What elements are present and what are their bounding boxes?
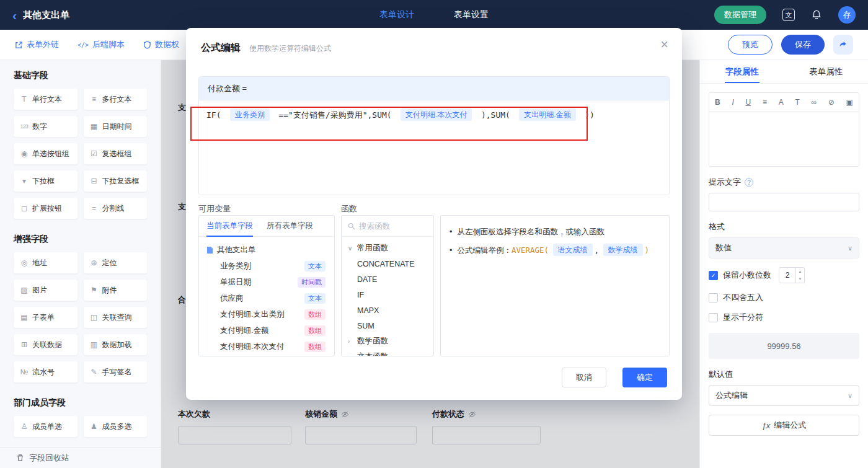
font-color-icon[interactable]: A bbox=[779, 98, 784, 107]
variable-row[interactable]: 单据日期 时间戳 bbox=[204, 274, 329, 290]
field-type-label: 地址 bbox=[32, 258, 47, 268]
image-icon[interactable]: ▣ bbox=[846, 98, 853, 107]
function-group-common[interactable]: ∨ 常用函数 bbox=[342, 241, 433, 256]
cancel-button[interactable]: 取消 bbox=[562, 368, 606, 387]
field-type-button[interactable]: ▥ 数据加载 bbox=[84, 334, 148, 355]
variable-row[interactable]: 业务类别 文本 bbox=[204, 258, 329, 274]
variable-row[interactable]: 支付明细.支出类别 数组 bbox=[204, 306, 329, 322]
tab-form-properties[interactable]: 表单属性 bbox=[784, 60, 868, 83]
thousand-sep-checkbox-row[interactable]: 显示千分符 bbox=[709, 312, 859, 323]
title-richtext-area[interactable] bbox=[709, 112, 859, 166]
preview-button[interactable]: 预览 bbox=[728, 35, 773, 55]
field-type-button[interactable]: ♙ 成员单选 bbox=[14, 416, 78, 437]
formula-editor-box: 付款金额 = IF( 业务类别 =="支付销售/采购费用",SUM( 支付明细.… bbox=[198, 76, 670, 195]
enhanced-field-grid: ◎ 地址 ⊕ 定位 ▧ 图片 ⚑ 附件 bbox=[14, 252, 147, 382]
link-icon[interactable]: ∞ bbox=[811, 98, 817, 107]
field-type-button[interactable]: = 分割线 bbox=[84, 198, 148, 219]
bold-icon[interactable]: B bbox=[715, 98, 720, 107]
tab-current-form-fields[interactable]: 当前表单字段 bbox=[206, 216, 253, 236]
formula-part[interactable]: 业务类别 bbox=[230, 108, 270, 121]
user-avatar[interactable]: 存 bbox=[838, 6, 856, 24]
tab-field-properties[interactable]: 字段属性 bbox=[700, 60, 784, 83]
italic-icon[interactable]: I bbox=[732, 98, 733, 107]
field-type-button[interactable]: ◉ 单选按钮组 bbox=[14, 143, 78, 164]
field-type-button[interactable]: ▧ 图片 bbox=[14, 280, 78, 301]
function-search-input[interactable] bbox=[359, 222, 427, 231]
unlink-icon[interactable]: ⊘ bbox=[828, 98, 835, 107]
field-type-button[interactable]: ♟ 成员多选 bbox=[84, 416, 148, 437]
formula-part[interactable]: IF( bbox=[206, 110, 226, 120]
field-type-button[interactable]: ▤ 子表单 bbox=[14, 307, 78, 328]
document-icon bbox=[206, 246, 213, 254]
checkbox-unchecked-icon[interactable] bbox=[709, 313, 718, 322]
field-type-button[interactable]: № 流水号 bbox=[14, 361, 78, 382]
formula-part[interactable]: )) bbox=[580, 110, 594, 120]
function-item[interactable]: IF bbox=[342, 287, 433, 302]
field-type-button[interactable]: T 单行文本 bbox=[14, 89, 78, 110]
variable-row[interactable]: 支付明细.金额 数组 bbox=[204, 322, 329, 338]
backend-script-link[interactable]: </> 后端脚本 bbox=[78, 39, 125, 50]
formula-part[interactable]: =="支付销售/采购费用",SUM( bbox=[274, 110, 397, 120]
confirm-button[interactable]: 确定 bbox=[622, 368, 667, 387]
stepper-up-icon[interactable]: ▲ bbox=[796, 268, 804, 275]
field-type-button[interactable]: 123 数字 bbox=[14, 116, 78, 137]
share-button[interactable] bbox=[833, 35, 853, 55]
function-item[interactable]: CONCATENATE bbox=[342, 256, 433, 272]
decimal-checkbox-row[interactable]: ✓ 保留小数位数 2 ▲ ▼ bbox=[709, 267, 859, 283]
field-type-button[interactable]: ⊟ 下拉复选框 bbox=[84, 170, 148, 192]
function-item[interactable]: DATE bbox=[342, 272, 433, 287]
field-recycle-bin[interactable]: 字段回收站 bbox=[0, 447, 161, 468]
form-external-link[interactable]: 表单外链 bbox=[15, 39, 59, 50]
save-button[interactable]: 保存 bbox=[781, 35, 825, 55]
align-icon[interactable]: ≡ bbox=[763, 98, 767, 107]
language-icon[interactable]: 文 bbox=[782, 9, 795, 21]
formula-editor[interactable]: IF( 业务类别 =="支付销售/采购费用",SUM( 支付明细.本次支付 ),… bbox=[199, 100, 669, 195]
data-permission-link[interactable]: 数据权 bbox=[143, 39, 179, 50]
hint-text-input[interactable] bbox=[709, 193, 859, 211]
field-type-button[interactable]: ≡ 多行文本 bbox=[84, 89, 148, 110]
close-icon[interactable]: × bbox=[660, 38, 668, 51]
notification-bell-icon[interactable] bbox=[811, 9, 822, 20]
underline-icon[interactable]: U bbox=[745, 98, 751, 107]
variable-row[interactable]: 支付明细.本次支付 数组 bbox=[204, 338, 329, 355]
variable-row[interactable]: 供应商 文本 bbox=[204, 290, 329, 306]
field-type-label: 定位 bbox=[102, 258, 117, 268]
decimal-stepper[interactable]: 2 ▲ ▼ bbox=[779, 267, 805, 283]
thousand-sep-label: 显示千分符 bbox=[723, 312, 763, 323]
bullet-icon: • bbox=[450, 243, 452, 258]
field-type-button[interactable]: ◎ 地址 bbox=[14, 252, 78, 273]
field-type-icon: 123 bbox=[19, 123, 30, 130]
field-type-button[interactable]: ⚑ 附件 bbox=[84, 280, 148, 301]
stepper-down-icon[interactable]: ▼ bbox=[796, 275, 804, 283]
edit-formula-button[interactable]: ƒx 编辑公式 bbox=[709, 415, 859, 436]
function-group-text[interactable]: › 文本函数 bbox=[342, 349, 433, 356]
field-type-button[interactable]: ▦ 日期时间 bbox=[84, 116, 148, 137]
field-type-button[interactable]: ⊞ 关联数据 bbox=[14, 334, 78, 355]
tab-form-settings[interactable]: 表单设置 bbox=[454, 9, 489, 20]
field-type-button[interactable]: ◻ 扩展按钮 bbox=[14, 198, 78, 219]
tab-all-form-fields[interactable]: 所有表单字段 bbox=[267, 216, 313, 236]
function-item[interactable]: MAPX bbox=[342, 302, 433, 318]
font-size-icon[interactable]: T bbox=[795, 98, 799, 107]
field-type-button[interactable]: ▾ 下拉框 bbox=[14, 170, 78, 192]
formula-part[interactable]: 支出明细.金额 bbox=[519, 108, 575, 121]
checkbox-checked-icon[interactable]: ✓ bbox=[709, 271, 718, 280]
no-round-checkbox-row[interactable]: 不四舍五入 bbox=[709, 292, 859, 303]
field-type-button[interactable]: ✎ 手写签名 bbox=[84, 361, 148, 382]
default-value-select[interactable]: 公式编辑 ∨ bbox=[709, 385, 859, 406]
field-type-button[interactable]: ⊕ 定位 bbox=[84, 252, 148, 273]
format-select[interactable]: 数值 ∨ bbox=[709, 237, 859, 258]
formula-part[interactable]: 支付明细.本次支付 bbox=[401, 108, 472, 121]
field-type-button[interactable]: ◫ 关联查询 bbox=[84, 307, 148, 328]
tab-form-design[interactable]: 表单设计 bbox=[379, 9, 414, 20]
function-item[interactable]: SUM bbox=[342, 318, 433, 333]
back-chevron-icon[interactable]: ‹ bbox=[12, 9, 17, 22]
field-type-button[interactable]: ☑ 复选框组 bbox=[84, 143, 148, 164]
tree-root-form[interactable]: 其他支出单 bbox=[204, 242, 329, 258]
checkbox-unchecked-icon[interactable] bbox=[709, 293, 718, 302]
help-icon[interactable]: ? bbox=[745, 178, 753, 187]
data-manage-button[interactable]: 数据管理 bbox=[714, 6, 766, 24]
function-group-math[interactable]: › 数学函数 bbox=[342, 333, 433, 349]
formula-part[interactable]: ),SUM( bbox=[476, 110, 515, 120]
chevron-down-icon: ∨ bbox=[848, 392, 852, 400]
